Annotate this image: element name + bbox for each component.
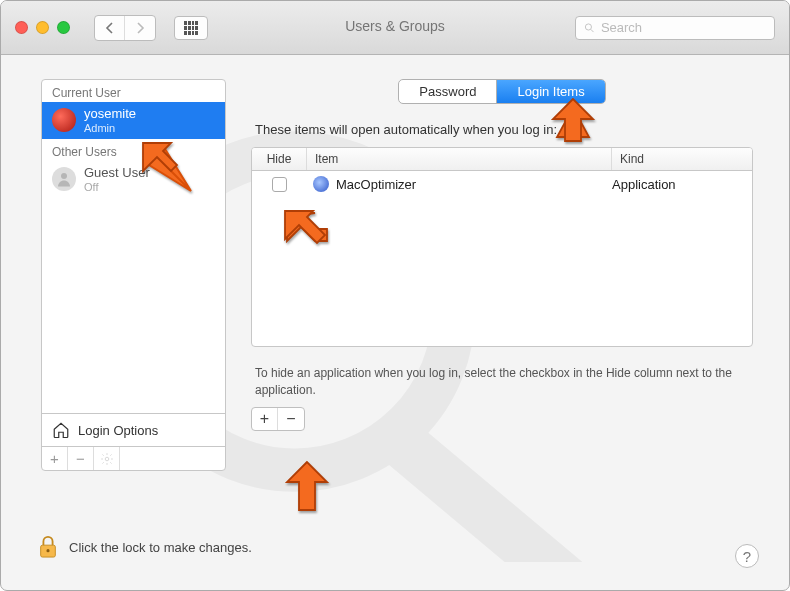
- table-row[interactable]: MacOptimizer Application: [252, 171, 752, 197]
- login-options-button[interactable]: Login Options: [42, 413, 225, 446]
- zoom-window-button[interactable]: [57, 21, 70, 34]
- gear-icon: [100, 452, 114, 466]
- add-remove-controls: + −: [251, 407, 305, 431]
- section-current-user: Current User: [42, 80, 225, 102]
- svg-line-3: [591, 29, 594, 32]
- search-field[interactable]: [575, 16, 775, 40]
- svg-point-5: [105, 457, 109, 461]
- tab-password[interactable]: Password: [399, 80, 497, 103]
- user-row-current[interactable]: yosemite Admin: [42, 102, 225, 139]
- show-all-button[interactable]: [174, 16, 208, 40]
- col-item[interactable]: Item: [307, 148, 612, 170]
- col-hide[interactable]: Hide: [252, 148, 307, 170]
- user-row-guest[interactable]: Guest User Off: [42, 161, 225, 198]
- remove-item-button[interactable]: −: [278, 408, 304, 430]
- main-pane: Password Login Items These items will op…: [251, 79, 753, 431]
- user-name: yosemite: [84, 107, 136, 122]
- instruction-text: These items will open automatically when…: [251, 122, 753, 137]
- section-other-users: Other Users: [42, 139, 225, 161]
- search-input[interactable]: [601, 20, 766, 35]
- nav-segment: [94, 15, 156, 41]
- hide-checkbox[interactable]: [272, 177, 287, 192]
- body: Current User yosemite Admin Other Users …: [1, 55, 789, 590]
- action-menu-button[interactable]: [94, 447, 120, 470]
- traffic-lights: [15, 21, 70, 34]
- table-header: Hide Item Kind: [252, 148, 752, 171]
- home-icon: [52, 421, 70, 439]
- user-role: Off: [84, 181, 150, 193]
- svg-point-2: [585, 23, 591, 29]
- close-window-button[interactable]: [15, 21, 28, 34]
- sidebar-controls: + −: [42, 446, 225, 470]
- lock-icon[interactable]: [37, 534, 59, 560]
- avatar-icon: [52, 167, 76, 191]
- user-role: Admin: [84, 122, 136, 134]
- item-kind: Application: [612, 177, 752, 192]
- app-icon: [313, 176, 329, 192]
- svg-point-7: [46, 549, 49, 552]
- toolbar: Users & Groups: [1, 1, 789, 55]
- lock-text: Click the lock to make changes.: [69, 540, 252, 555]
- user-name: Guest User: [84, 166, 150, 181]
- grid-icon: [184, 21, 198, 35]
- add-item-button[interactable]: +: [252, 408, 278, 430]
- svg-point-4: [61, 173, 67, 179]
- help-button[interactable]: ?: [735, 544, 759, 568]
- lock-row: Click the lock to make changes.: [37, 534, 753, 560]
- forward-button[interactable]: [125, 16, 155, 40]
- col-kind[interactable]: Kind: [612, 148, 752, 170]
- users-list: Current User yosemite Admin Other Users …: [42, 80, 225, 413]
- login-items-table: Hide Item Kind MacOptimizer Application: [251, 147, 753, 347]
- prefs-window: Users & Groups Current User yosemite Adm…: [0, 0, 790, 591]
- login-options-label: Login Options: [78, 423, 158, 438]
- tab-login-items[interactable]: Login Items: [497, 80, 604, 103]
- minimize-window-button[interactable]: [36, 21, 49, 34]
- remove-user-button[interactable]: −: [68, 447, 94, 470]
- add-user-button[interactable]: +: [42, 447, 68, 470]
- search-icon: [584, 22, 595, 34]
- back-button[interactable]: [95, 16, 125, 40]
- avatar-icon: [52, 108, 76, 132]
- users-sidebar: Current User yosemite Admin Other Users …: [41, 79, 226, 471]
- hint-text: To hide an application when you log in, …: [251, 365, 753, 399]
- tab-bar: Password Login Items: [251, 79, 753, 104]
- item-name: MacOptimizer: [336, 177, 416, 192]
